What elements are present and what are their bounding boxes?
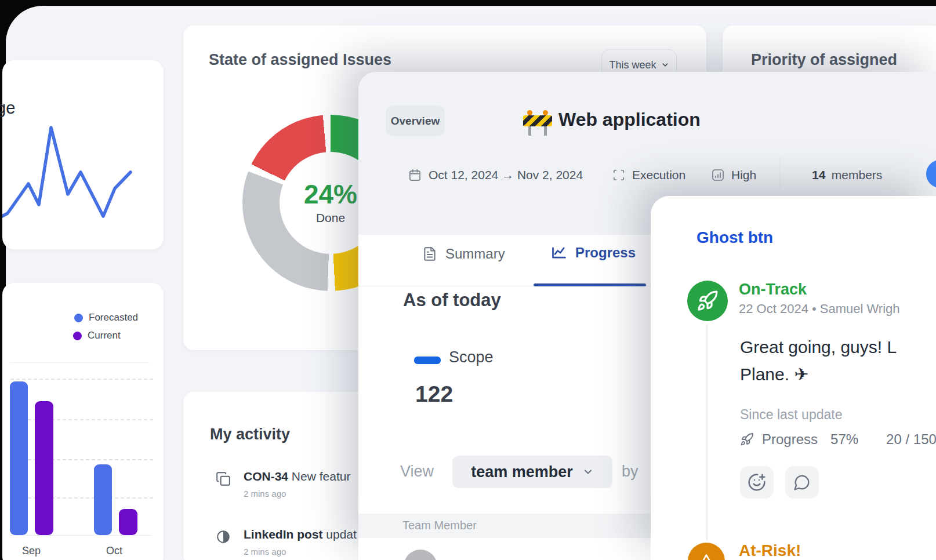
comment-button[interactable] bbox=[785, 466, 819, 499]
activity-item-time: 2 mins ago bbox=[244, 547, 357, 557]
table-header-label: Team Member bbox=[402, 519, 477, 532]
bar-chart-card: Forecasted Current Sep Oct bbox=[2, 283, 164, 560]
progress-row: Progress 57% 20 / 150 bbox=[740, 431, 936, 448]
tab-summary[interactable]: Summary bbox=[422, 246, 505, 262]
signal-bars-icon bbox=[711, 168, 725, 182]
members-count: 14 bbox=[812, 168, 825, 181]
member-avatar[interactable] bbox=[926, 160, 936, 188]
active-tab-underline bbox=[534, 283, 646, 286]
project-title: Web application bbox=[558, 109, 701, 130]
bar-oct-current bbox=[119, 509, 137, 535]
tab-summary-label: Summary bbox=[445, 246, 505, 262]
update-meta: 22 Oct 2024 • Samuel Wrigh bbox=[739, 301, 900, 317]
current-legend-label: Current bbox=[88, 330, 121, 341]
view-dropdown-value: team member bbox=[471, 463, 573, 481]
warning-icon bbox=[697, 552, 716, 560]
project-date-range: Oct 12, 2024 → Nov 2, 2024 bbox=[429, 168, 583, 182]
bar-oct-forecasted bbox=[94, 464, 112, 535]
contrast-icon bbox=[216, 529, 231, 544]
line-chart bbox=[2, 60, 164, 249]
since-last-update-label: Since last update bbox=[740, 407, 842, 423]
rocket-icon bbox=[740, 432, 754, 446]
activity-item[interactable]: CON-34 New featur 2 mins ago bbox=[216, 470, 350, 499]
bar-sep-forecasted bbox=[10, 381, 28, 535]
activity-item-code: CON-34 bbox=[244, 470, 288, 483]
on-track-status-label: On-Track bbox=[739, 281, 807, 299]
by-label: by bbox=[622, 463, 638, 481]
current-legend-dot bbox=[73, 332, 82, 340]
activity-item-text: New featur bbox=[288, 470, 350, 483]
legend-item-current: Current bbox=[73, 330, 121, 341]
donut-percent-label: Done bbox=[316, 211, 345, 225]
copy-icon bbox=[216, 471, 231, 486]
chevron-down-icon bbox=[582, 466, 594, 478]
forecasted-legend-label: Forecasted bbox=[89, 312, 138, 323]
update-card: Ghost btn On-Track 22 Oct 2024 • Samuel … bbox=[651, 196, 936, 560]
scan-frame-icon bbox=[612, 169, 625, 181]
document-icon bbox=[422, 246, 437, 261]
view-label: View bbox=[400, 463, 434, 481]
activity-card-title: My activity bbox=[210, 426, 290, 443]
this-week-label: This week bbox=[609, 59, 656, 71]
priority-card-title: Priority of assigned bbox=[751, 51, 897, 69]
progress-label: Progress bbox=[762, 431, 818, 448]
progress-count: 20 / 150 bbox=[886, 431, 936, 448]
message-bubble-icon bbox=[793, 474, 811, 491]
project-members: 14 members bbox=[812, 168, 882, 182]
calendar-icon bbox=[408, 169, 422, 182]
chevron-down-icon bbox=[661, 61, 669, 69]
add-reaction-button[interactable] bbox=[740, 466, 774, 499]
gridline bbox=[10, 459, 153, 460]
members-label: members bbox=[832, 168, 883, 181]
meta-divider bbox=[780, 157, 781, 188]
x-tick-oct: Oct bbox=[100, 545, 128, 557]
line-chart-card: ge bbox=[2, 60, 164, 249]
card-divider bbox=[10, 362, 150, 363]
gridline bbox=[10, 379, 153, 380]
overview-button-label: Overview bbox=[391, 115, 440, 128]
activity-item-code: LinkedIn post bbox=[244, 528, 323, 541]
progress-percent: 57% bbox=[830, 431, 858, 448]
screenshot-root: ge Forecasted Current Sep Oct State of a… bbox=[0, 0, 936, 560]
issues-card-title: State of assigned Issues bbox=[209, 51, 391, 69]
view-dropdown[interactable]: team member bbox=[452, 456, 612, 488]
project-priority: High bbox=[711, 168, 756, 182]
activity-item[interactable]: LinkedIn post updat 2 mins ago bbox=[216, 528, 357, 557]
timeline-connector bbox=[706, 325, 708, 540]
project-dates: Oct 12, 2024 → Nov 2, 2024 bbox=[408, 168, 583, 182]
scope-legend-dash bbox=[414, 357, 441, 364]
project-phase-label: Execution bbox=[632, 168, 685, 182]
smiley-plus-icon bbox=[748, 473, 766, 492]
at-risk-status-icon bbox=[688, 543, 725, 560]
scope-label: Scope bbox=[449, 348, 494, 366]
legend-item-forecasted: Forecasted bbox=[74, 312, 138, 323]
donut-percent-value: 24% bbox=[304, 181, 357, 208]
activity-item-time: 2 mins ago bbox=[244, 489, 350, 499]
project-phase: Execution bbox=[612, 168, 685, 182]
tab-progress[interactable]: Progress bbox=[551, 245, 636, 261]
ghost-button[interactable]: Ghost btn bbox=[696, 228, 773, 247]
overview-button[interactable]: Overview bbox=[386, 106, 445, 136]
x-axis-line bbox=[10, 535, 152, 536]
scope-value: 122 bbox=[415, 381, 453, 407]
bar-sep-current bbox=[35, 401, 53, 535]
rocket-icon bbox=[696, 290, 719, 312]
gridline bbox=[10, 497, 153, 499]
line-chart-icon bbox=[551, 245, 567, 261]
update-message-line1: Great going, guys! L bbox=[740, 337, 897, 357]
on-track-status-icon bbox=[687, 281, 728, 321]
project-priority-label: High bbox=[731, 168, 756, 182]
line-chart-path bbox=[2, 128, 130, 218]
forecasted-legend-dot bbox=[74, 314, 83, 322]
x-tick-sep: Sep bbox=[17, 545, 45, 557]
construction-barrier-icon bbox=[523, 110, 552, 137]
at-risk-status-label: At-Risk! bbox=[739, 541, 801, 560]
gridline bbox=[10, 419, 153, 420]
update-message-line2: Plane. ✈ bbox=[740, 364, 809, 384]
activity-item-text: updat bbox=[323, 528, 357, 541]
section-title: As of today bbox=[403, 290, 501, 311]
tab-progress-label: Progress bbox=[575, 245, 636, 261]
